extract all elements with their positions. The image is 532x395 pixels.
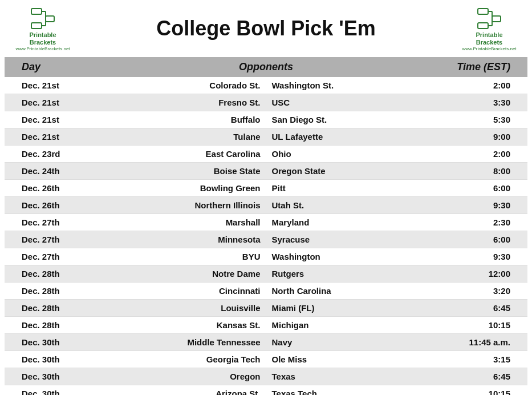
cell-day: Dec. 23rd (5, 146, 92, 163)
cell-time: 3:15 (440, 351, 527, 368)
cell-team2: Navy (266, 334, 440, 351)
cell-team1: Minnesota (92, 231, 266, 248)
cell-team2: Utah St. (266, 197, 440, 214)
cell-team2: Washington (266, 248, 440, 265)
cell-time: 2:30 (440, 214, 527, 231)
cell-day: Dec. 30th (5, 385, 92, 395)
table-row: Dec. 21stBuffaloSan Diego St.5:30 (5, 111, 527, 128)
cell-time: 3:30 (440, 94, 527, 111)
svg-rect-6 (478, 9, 488, 14)
cell-time: 5:30 (440, 111, 527, 128)
cell-team2: Syracuse (266, 231, 440, 248)
table-row: Dec. 23rdEast CarolinaOhio2:00 (5, 146, 527, 163)
logo-left: PrintableBrackets www.PrintableBrackets.… (11, 6, 74, 51)
cell-team1: Georgia Tech (92, 351, 266, 368)
cell-time: 3:20 (440, 283, 527, 300)
cell-time: 2:00 (440, 77, 527, 94)
table-row: Dec. 21stTulaneUL Lafayette9:00 (5, 128, 527, 146)
cell-time: 12:00 (440, 265, 527, 283)
cell-team1: Arizona St. (92, 385, 266, 395)
cell-time: 9:30 (440, 248, 527, 265)
cell-team1: Colorado St. (92, 77, 266, 94)
table-row: Dec. 28thKansas St.Michigan10:15 (5, 317, 527, 334)
cell-team2: Washington St. (266, 77, 440, 94)
svg-rect-0 (31, 9, 42, 14)
col-time: Time (EST) (440, 57, 527, 77)
cell-day: Dec. 28th (5, 283, 92, 300)
cell-day: Dec. 28th (5, 265, 92, 283)
cell-time: 6:45 (440, 300, 527, 317)
header-row: Day Opponents Time (EST) (5, 57, 527, 77)
table-row: Dec. 30thMiddle TennesseeNavy11:45 a.m. (5, 334, 527, 351)
cell-team1: Bowling Green (92, 180, 266, 197)
table-row: Dec. 21stColorado St.Washington St.2:00 (5, 77, 527, 94)
cell-team1: Tulane (92, 128, 266, 146)
cell-team1: Kansas St. (92, 317, 266, 334)
table-row: Dec. 27thMinnesotaSyracuse6:00 (5, 231, 527, 248)
cell-team1: Notre Dame (92, 265, 266, 283)
cell-time: 2:00 (440, 146, 527, 163)
cell-team2: Texas Tech (266, 385, 440, 395)
schedule-table: Day Opponents Time (EST) Dec. 21stColora… (5, 57, 527, 395)
cell-time: 6:00 (440, 180, 527, 197)
table-row: Dec. 26thBowling GreenPitt6:00 (5, 180, 527, 197)
cell-team1: Northern Illinois (92, 197, 266, 214)
cell-team2: UL Lafayette (266, 128, 440, 146)
logo-right-text: PrintableBrackets (476, 31, 502, 46)
cell-time: 10:15 (440, 317, 527, 334)
cell-team2: Miami (FL) (266, 300, 440, 317)
cell-day: Dec. 24th (5, 163, 92, 180)
cell-day: Dec. 21st (5, 94, 92, 111)
cell-day: Dec. 30th (5, 334, 92, 351)
cell-team2: Maryland (266, 214, 440, 231)
table-row: Dec. 27thBYUWashington9:30 (5, 248, 527, 265)
table-row: Dec. 27thMarshallMaryland2:30 (5, 214, 527, 231)
cell-time: 6:45 (440, 368, 527, 385)
cell-day: Dec. 21st (5, 111, 92, 128)
cell-day: Dec. 28th (5, 317, 92, 334)
svg-rect-11 (492, 16, 501, 22)
cell-team1: Fresno St. (92, 94, 266, 111)
cell-team2: Ole Miss (266, 351, 440, 368)
cell-day: Dec. 27th (5, 248, 92, 265)
cell-day: Dec. 27th (5, 214, 92, 231)
table-row: Dec. 28thLouisvilleMiami (FL)6:45 (5, 300, 527, 317)
cell-day: Dec. 27th (5, 231, 92, 248)
table-row: Dec. 26thNorthern IllinoisUtah St.9:30 (5, 197, 527, 214)
cell-time: 10:15 (440, 385, 527, 395)
cell-team1: Cincinnati (92, 283, 266, 300)
bracket-icon-right (475, 6, 503, 31)
svg-rect-7 (478, 23, 488, 29)
cell-team2: San Diego St. (266, 111, 440, 128)
table-row: Dec. 28thNotre DameRutgers12:00 (5, 265, 527, 283)
cell-team2: Michigan (266, 317, 440, 334)
cell-day: Dec. 21st (5, 128, 92, 146)
cell-time: 8:00 (440, 163, 527, 180)
cell-team2: Rutgers (266, 265, 440, 283)
cell-day: Dec. 30th (5, 368, 92, 385)
cell-day: Dec. 28th (5, 300, 92, 317)
page-title: College Bowl Pick 'Em (74, 17, 458, 41)
cell-team2: Pitt (266, 180, 440, 197)
table-row: Dec. 30thGeorgia TechOle Miss3:15 (5, 351, 527, 368)
table-row: Dec. 30thOregonTexas6:45 (5, 368, 527, 385)
table-row: Dec. 28thCincinnatiNorth Carolina3:20 (5, 283, 527, 300)
cell-time: 9:30 (440, 197, 527, 214)
cell-day: Dec. 21st (5, 77, 92, 94)
table-container: Day Opponents Time (EST) Dec. 21stColora… (0, 57, 532, 395)
cell-day: Dec. 26th (5, 197, 92, 214)
table-header: Day Opponents Time (EST) (5, 57, 527, 77)
table-row: Dec. 21stFresno St.USC3:30 (5, 94, 527, 111)
logo-right-url: www.PrintableBrackets.net (462, 46, 516, 51)
cell-team1: Buffalo (92, 111, 266, 128)
cell-team1: Boise State (92, 163, 266, 180)
svg-rect-1 (31, 23, 42, 29)
cell-time: 6:00 (440, 231, 527, 248)
cell-time: 11:45 a.m. (440, 334, 527, 351)
cell-team2: North Carolina (266, 283, 440, 300)
cell-team1: Oregon (92, 368, 266, 385)
cell-team1: Marshall (92, 214, 266, 231)
cell-team1: Middle Tennessee (92, 334, 266, 351)
cell-day: Dec. 30th (5, 351, 92, 368)
logo-left-text: PrintableBrackets (29, 31, 56, 46)
